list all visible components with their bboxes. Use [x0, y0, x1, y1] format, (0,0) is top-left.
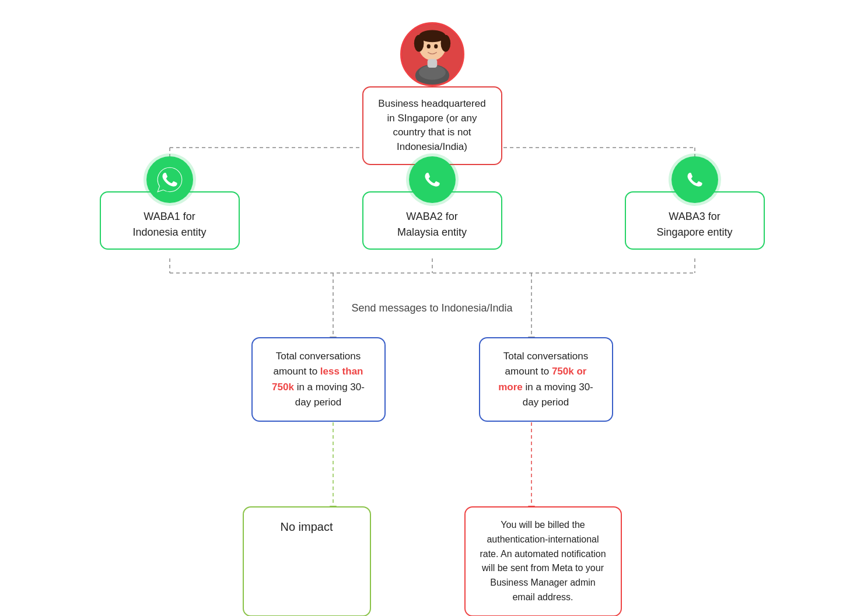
- cond2-text: Total conversations amount to 750k or mo…: [498, 351, 593, 408]
- flow-diagram: Business headquartered in SIngapore (or …: [82, 16, 782, 600]
- results-row: No impact You will be billed the authent…: [82, 506, 782, 616]
- top-box-label: Business headquartered in SIngapore (or …: [378, 98, 485, 152]
- svg-point-17: [414, 35, 424, 52]
- waba2-icon: [409, 156, 456, 203]
- waba3-col: WABA3 forSingapore entity: [607, 156, 782, 250]
- svg-point-22: [434, 44, 438, 48]
- condition1-box: Total conversations amount to less than …: [251, 337, 386, 422]
- top-box: Business headquartered in SIngapore (or …: [362, 86, 502, 165]
- top-node: Business headquartered in SIngapore (or …: [356, 22, 508, 165]
- no-impact-label: No impact: [280, 520, 333, 533]
- svg-point-18: [440, 35, 450, 52]
- waba-row: WABA1 forIndonesia entity WABA2 forMalay…: [82, 156, 782, 250]
- waba1-icon: [146, 156, 193, 203]
- no-impact-box: No impact: [243, 506, 371, 616]
- waba3-label: WABA3 forSingapore entity: [656, 211, 732, 238]
- avatar: [400, 22, 464, 86]
- waba2-label: WABA2 forMalaysia entity: [397, 211, 467, 238]
- waba1-col: WABA1 forIndonesia entity: [82, 156, 257, 250]
- waba3-icon: [671, 156, 718, 203]
- waba1-label: WABA1 forIndonesia entity: [132, 211, 206, 238]
- conditions-row: Total conversations amount to less than …: [82, 337, 782, 422]
- svg-point-21: [426, 44, 430, 48]
- cond2-highlight: 750k or more: [498, 366, 586, 392]
- waba2-col: WABA2 forMalaysia entity: [345, 156, 520, 250]
- billing-notice-label: You will be billed the authentication-in…: [480, 520, 606, 602]
- send-messages-label: Send messages to Indonesia/India: [351, 302, 512, 314]
- svg-rect-20: [427, 59, 437, 68]
- billing-notice-box: You will be billed the authentication-in…: [464, 506, 622, 616]
- cond1-text: Total conversations amount to less than …: [272, 351, 365, 408]
- cond1-highlight: less than 750k: [272, 366, 363, 392]
- condition2-box: Total conversations amount to 750k or mo…: [479, 337, 613, 422]
